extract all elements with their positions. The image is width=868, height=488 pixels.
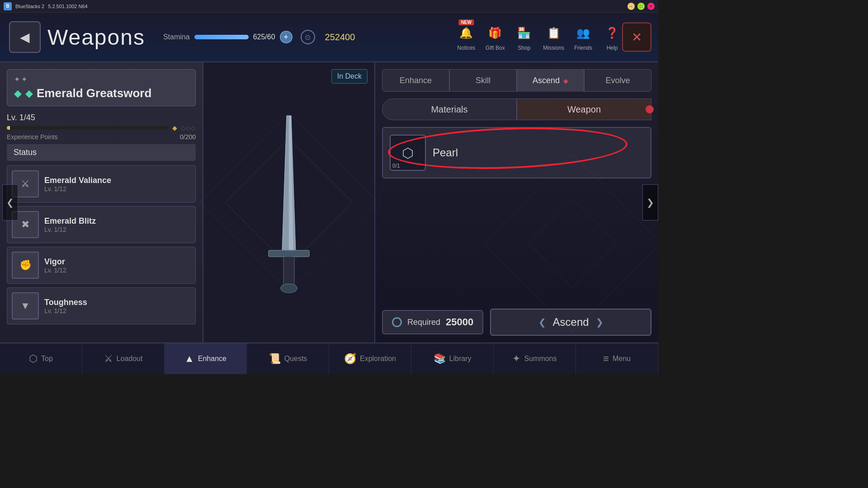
exploration-nav-icon: 🧭 [344, 353, 356, 365]
main-content: ❮ ✦ ✦ ◆ ◆ Emerald Greatsword [0, 62, 658, 343]
loadout-nav-icon: ⚔ [104, 353, 113, 365]
emerald-valiance-name: Emerald Valiance [44, 176, 111, 185]
close-game-button[interactable]: ✕ [622, 23, 651, 52]
vigor-name: Vigor [44, 257, 66, 267]
weapon-display-panel: In Deck [203, 62, 375, 343]
pearl-count: 0/1 [392, 163, 400, 169]
enhance-nav-label: Enhance [198, 355, 226, 363]
tab-ascend[interactable]: Ascend ◆ [517, 69, 584, 92]
ascend-tab-indicator: ◆ [563, 77, 568, 84]
quests-nav-label: Quests [284, 355, 307, 363]
bottom-nav-library[interactable]: 📚 Library [411, 343, 494, 374]
missions-icon-box: 📋 [544, 23, 564, 43]
notices-icon: 🔔 [459, 27, 473, 39]
bottom-nav-loadout[interactable]: ⚔ Loadout [82, 343, 165, 374]
stamina-bar-fill [194, 35, 249, 39]
toughness-name: Toughness [44, 298, 87, 307]
skill-toughness[interactable]: ▼ Toughness Lv. 1/12 [7, 287, 196, 324]
left-chevron-icon: ❮ [6, 197, 14, 208]
target-icon[interactable]: ⊙ [301, 30, 315, 44]
main-tab-row: Enhance Skill Ascend ◆ Evolve [382, 69, 651, 92]
app-logo: B [4, 2, 12, 10]
help-icon-box: ❓ [602, 23, 622, 43]
page-title: Weapons [47, 25, 145, 50]
bottom-nav-quests[interactable]: 📜 Quests [247, 343, 329, 374]
nav-missions[interactable]: 📋 Missions [543, 23, 564, 51]
minimize-button[interactable]: – [627, 3, 635, 10]
weapon-image [244, 107, 334, 298]
enhance-nav-icon: ▲ [184, 353, 194, 365]
shop-icon-box: 🏪 [514, 23, 534, 43]
right-chevron-icon: ❯ [646, 197, 654, 208]
sub-tab-materials[interactable]: Materials [382, 99, 517, 120]
vigor-icon: ✊ [12, 252, 39, 279]
weapon-header: ✦ ✦ ◆ ◆ Emerald Greatsword [7, 69, 196, 106]
tab-evolve[interactable]: Evolve [584, 69, 651, 92]
back-button[interactable]: ◀ [9, 21, 41, 53]
ascend-left-arrow-icon: ❮ [538, 317, 546, 328]
help-label: Help [607, 45, 618, 51]
menu-nav-label: Menu [613, 355, 631, 363]
skill-emerald-blitz[interactable]: ✖ Emerald Blitz Lv. 1/12 [7, 206, 196, 243]
maximize-button[interactable]: □ [637, 3, 645, 10]
giftbox-icon-box: 🎁 [485, 23, 505, 43]
top-nav-icon: ⬡ [29, 353, 38, 365]
weapon-stars: ✦ ✦ [14, 75, 189, 84]
title-bar-controls: – □ ✕ [627, 3, 655, 10]
required-label: Required [407, 318, 440, 327]
summons-nav-label: Summons [524, 355, 557, 363]
notices-icon-box: 🔔 NEW [456, 23, 476, 43]
bottom-nav-menu[interactable]: ≡ Menu [576, 343, 658, 374]
status-header: Status [7, 144, 196, 161]
bottom-nav-exploration[interactable]: 🧭 Exploration [329, 343, 411, 374]
nav-shop[interactable]: 🏪 Shop [514, 23, 534, 51]
pearl-icon: ⬡ [402, 145, 414, 161]
star-2-icon: ✦ [21, 75, 27, 84]
nav-giftbox[interactable]: 🎁 Gift Box [485, 23, 505, 51]
app-title: BlueStacks 2 [15, 4, 44, 9]
req-circle-icon [392, 317, 402, 327]
library-nav-icon: 📚 [434, 353, 446, 365]
exp-value: 0/200 [180, 133, 196, 141]
giftbox-icon: 🎁 [488, 27, 502, 39]
weapon-level: Lv. 1/45 [7, 113, 196, 122]
vigor-level: Lv. 1/12 [44, 267, 66, 274]
sub-tab-row: Materials Weapon [382, 99, 651, 120]
skill-emerald-valiance[interactable]: ⚔ Emerald Valiance Lv. 1/12 [7, 165, 196, 202]
nav-notices[interactable]: 🔔 NEW Notices [456, 23, 476, 51]
weapon-gem1-icon: ◆ [14, 88, 22, 99]
emerald-blitz-level: Lv. 1/12 [44, 226, 96, 233]
friends-icon: 👥 [576, 27, 590, 39]
summons-nav-icon: ✦ [512, 353, 520, 365]
nav-friends[interactable]: 👥 Friends [573, 23, 593, 51]
tab-skill[interactable]: Skill [449, 69, 517, 92]
friends-icon-box: 👥 [573, 23, 593, 43]
exploration-nav-label: Exploration [360, 355, 396, 363]
nav-arrow-left[interactable]: ❮ [2, 184, 18, 221]
bottom-nav-enhance[interactable]: ▲ Enhance [165, 343, 247, 374]
skill-vigor[interactable]: ✊ Vigor Lv. 1/12 [7, 247, 196, 284]
star-1-icon: ✦ [14, 75, 20, 84]
sub-tab-weapon[interactable]: Weapon [517, 99, 651, 120]
tab-enhance[interactable]: Enhance [382, 69, 449, 92]
sword-svg [244, 107, 334, 296]
close-window-button[interactable]: ✕ [647, 3, 655, 10]
left-panel: ✦ ✦ ◆ ◆ Emerald Greatsword Lv. 1/45 [0, 62, 203, 343]
bottom-nav-top[interactable]: ⬡ Top [0, 343, 82, 374]
level-bar-fill [7, 126, 10, 130]
stamina-plus-button[interactable]: + [280, 31, 292, 43]
required-box: Required 25000 [382, 310, 483, 334]
ascend-right-arrow-icon: ❯ [596, 317, 604, 328]
missions-icon: 📋 [547, 27, 561, 39]
nav-help[interactable]: ❓ Help [602, 23, 622, 51]
bottom-nav: ⬡ Top ⚔ Loadout ▲ Enhance 📜 Quests 🧭 Exp… [0, 343, 658, 374]
library-nav-label: Library [449, 355, 472, 363]
svg-point-4 [281, 284, 297, 293]
weapon-gem2-icon: ◆ [25, 88, 33, 99]
close-x-icon: ✕ [632, 30, 642, 45]
required-value: 25000 [446, 316, 473, 328]
bottom-nav-summons[interactable]: ✦ Summons [494, 343, 576, 374]
pearl-item[interactable]: ⬡ 0/1 Pearl [382, 127, 651, 178]
nav-arrow-right[interactable]: ❯ [642, 184, 658, 221]
currency-value: 252400 [325, 32, 355, 42]
